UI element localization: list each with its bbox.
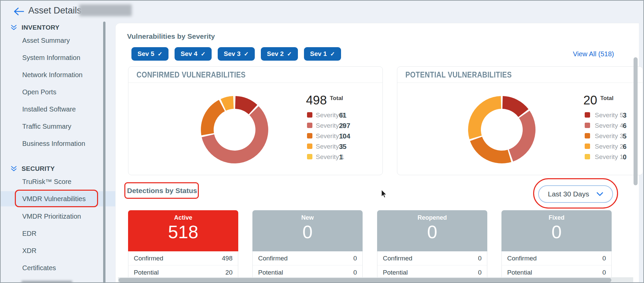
sidebar-item-label: Asset Summary	[22, 37, 70, 44]
potential-panel-title: POTENTIAL VULNERABILITIES	[405, 70, 512, 80]
legend-swatch	[585, 123, 590, 128]
row-label: Potential	[507, 269, 532, 276]
chevron-down-icon	[596, 192, 603, 196]
status-card-header[interactable]: Reopened0	[377, 210, 487, 251]
legend-swatch	[585, 112, 590, 118]
legend-swatch	[585, 133, 590, 138]
sidebar-item-label: Network Information	[22, 71, 83, 79]
vertical-scrollbar-thumb[interactable]	[634, 57, 638, 185]
status-card-new[interactable]: New0Confirmed0Potential0	[252, 210, 363, 280]
potential-total: 20 Total	[583, 94, 614, 106]
legend-swatch	[307, 123, 312, 128]
sidebar-item-xdr[interactable]: XDR	[1, 243, 118, 258]
sidebar-item-label: EDR	[22, 230, 36, 238]
panel-header: CONFIRMED VULNERABILITIES	[128, 67, 382, 83]
row-label: Potential	[258, 269, 283, 276]
sidebar-item-edr[interactable]: EDR	[1, 226, 118, 241]
card-row-confirmed: Confirmed498	[128, 251, 238, 265]
vulnerabilities-by-severity-title: Vulnerabilities by Severity	[127, 32, 215, 40]
sidebar-item-label: TruRisk™ Score	[22, 178, 71, 186]
sidebar-item-traffic-summary[interactable]: Traffic Summary	[1, 119, 118, 134]
row-label: Confirmed	[134, 255, 163, 262]
double-chevron-down-icon	[10, 165, 18, 172]
card-row-confirmed: Confirmed0	[253, 251, 362, 265]
legend-label: Severity 2	[595, 143, 623, 150]
severity-filter-sev-2[interactable]: Sev 2✓	[261, 47, 298, 61]
sidebar-section-security[interactable]: SECURITY	[10, 164, 55, 173]
potential-donut-chart[interactable]	[465, 93, 539, 167]
donut-segment-severity-2[interactable]	[468, 96, 501, 139]
redacted-asset-name	[79, 4, 132, 16]
row-value: 0	[602, 255, 606, 262]
legend-row: Severity 3104	[307, 132, 374, 139]
sidebar-item-label: System Information	[22, 54, 80, 62]
donut-segment-severity-3[interactable]	[201, 100, 225, 135]
row-label: Confirmed	[507, 255, 537, 262]
legend-value: 104	[339, 132, 350, 140]
status-card-header[interactable]: Active518	[128, 210, 238, 251]
legend-row: Severity 561	[307, 112, 374, 118]
page-title: Asset Details:	[28, 5, 84, 16]
sidebar-item-certificates[interactable]: Certificates	[1, 260, 118, 276]
sidebar-item-business-information[interactable]: Business Information	[1, 136, 118, 151]
status-card-label: Reopened	[377, 214, 487, 221]
sidebar-item-asset-summary[interactable]: Asset Summary	[1, 33, 118, 48]
check-icon: ✓	[244, 51, 249, 58]
confirmed-donut-chart[interactable]	[197, 93, 272, 167]
status-card-header[interactable]: New0	[252, 210, 363, 251]
legend-swatch	[307, 133, 312, 138]
status-card-header[interactable]: Fixed0	[501, 210, 612, 251]
back-arrow-icon[interactable]	[13, 7, 24, 16]
legend-label: Severity 5	[595, 112, 623, 119]
status-card-body: Confirmed498Potential20	[128, 251, 238, 280]
severity-filter-sev-1[interactable]: Sev 1✓	[304, 47, 341, 61]
potential-vulnerabilities-panel: POTENTIAL VULNERABILITIES 20 Total Sever…	[397, 66, 643, 175]
severity-filter-sev-4[interactable]: Sev 4✓	[175, 47, 212, 61]
sidebar-item-installed-software[interactable]: Installed Software	[1, 102, 118, 117]
legend-value: 3	[623, 112, 626, 119]
donut-segment-severity-3[interactable]	[470, 137, 511, 163]
sidebar-item-vmdr-vulnerabilities[interactable]: VMDR Vulnerabilities	[1, 191, 118, 207]
status-card-fixed[interactable]: Fixed0Confirmed0Potential0	[501, 210, 612, 280]
legend-value: 1	[339, 153, 343, 161]
sidebar-item-label: Open Ports	[22, 88, 56, 96]
severity-filter-sev-3[interactable]: Sev 3✓	[218, 47, 255, 61]
donut-segment-severity-5[interactable]	[502, 96, 529, 117]
sidebar-item-label: VMDR Vulnerabilities	[22, 195, 86, 203]
legend-swatch	[585, 154, 590, 159]
sidebar-item-vmdr-prioritization[interactable]: VMDR Prioritization	[1, 209, 118, 224]
donut-segment-severity-1[interactable]	[234, 96, 235, 109]
double-chevron-down-icon	[10, 24, 18, 31]
sidebar-item-label: VMDR Prioritization	[22, 213, 81, 220]
sidebar-item-trurisk-score[interactable]: TruRisk™ Score	[1, 174, 118, 189]
legend-label: Severity 1	[595, 153, 623, 161]
sidebar-section-label: SECURITY	[22, 165, 55, 172]
view-all-link[interactable]: View All (518)	[573, 50, 614, 58]
legend-row: Severity 4297	[307, 122, 374, 129]
donut-segment-severity-4[interactable]	[509, 111, 535, 162]
severity-filter-sev-5[interactable]: Sev 5✓	[131, 47, 168, 61]
status-card-label: Active	[128, 214, 238, 221]
status-card-reopened[interactable]: Reopened0Confirmed0Potential0	[377, 210, 487, 280]
confirmed-panel-title: CONFIRMED VULNERABILITIES	[136, 70, 246, 80]
legend-row: Severity 11	[307, 153, 374, 160]
check-icon: ✓	[287, 51, 292, 58]
sidebar-scrollbar[interactable]	[103, 22, 105, 283]
legend-swatch	[307, 112, 312, 118]
row-value: 0	[353, 269, 357, 276]
sidebar-item-label: Traffic Summary	[22, 123, 71, 130]
legend-swatch	[307, 154, 312, 159]
sidebar-item-open-ports[interactable]: Open Ports	[1, 85, 118, 100]
panel-header: POTENTIAL VULNERABILITIES	[397, 67, 643, 83]
sidebar-section-inventory[interactable]: INVENTORY	[10, 23, 60, 32]
status-card-body: Confirmed0Potential0	[377, 251, 487, 280]
sidebar-item-network-information[interactable]: Network Information	[1, 67, 118, 83]
status-card-active[interactable]: Active518Confirmed498Potential20	[128, 210, 238, 280]
legend-value: 5	[623, 132, 626, 140]
sidebar-item-label: XDR	[22, 247, 36, 255]
time-range-dropdown[interactable]: Last 30 Days	[538, 185, 613, 203]
filter-label: Sev 1	[310, 50, 327, 58]
sidebar-item-system-information[interactable]: System Information	[1, 50, 118, 65]
horizontal-scrollbar-thumb[interactable]	[119, 278, 611, 282]
row-value: 498	[222, 255, 233, 262]
